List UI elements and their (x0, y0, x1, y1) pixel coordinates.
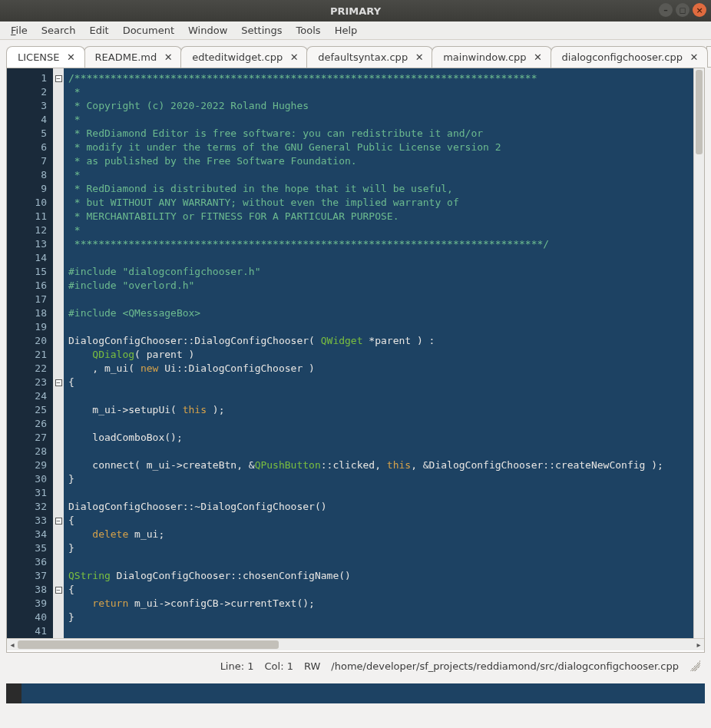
fold-slot (53, 154, 64, 168)
line-number: 41 (7, 624, 47, 638)
menu-window[interactable]: Window (182, 23, 233, 38)
fold-toggle-icon[interactable]: − (55, 379, 62, 386)
code-line[interactable]: #include <QMessageBox> (68, 306, 689, 320)
code-line[interactable]: #include "dialogconfigchooser.h" (68, 265, 689, 279)
code-line[interactable] (68, 320, 689, 334)
command-input[interactable] (21, 683, 705, 703)
line-number: 33 (7, 514, 47, 528)
code-line[interactable] (68, 389, 689, 403)
code-area[interactable]: /***************************************… (64, 68, 693, 638)
window-close-button[interactable]: × (693, 3, 706, 17)
editor-frame: 1234567891011121314151617181920212223242… (6, 68, 705, 653)
fold-slot (53, 597, 64, 611)
code-line[interactable]: m_ui->setupUi( this ); (68, 403, 689, 417)
line-number: 25 (7, 403, 47, 417)
code-line[interactable]: delete m_ui; (68, 528, 689, 541)
fold-slot (53, 85, 64, 99)
menu-edit[interactable]: Edit (83, 23, 114, 38)
line-number: 1 (7, 71, 47, 85)
menu-tools[interactable]: Tools (290, 23, 327, 38)
code-line[interactable]: loadComboBox(); (68, 431, 689, 445)
status-col: Col: 1 (265, 660, 293, 672)
horizontal-scrollbar[interactable]: ◂ ▸ (7, 638, 704, 650)
menu-search[interactable]: Search (35, 23, 82, 38)
close-icon[interactable]: ✕ (689, 52, 699, 63)
line-number: 40 (7, 611, 47, 624)
scrollbar-thumb[interactable] (696, 70, 703, 154)
code-line[interactable]: * modify it under the terms of the GNU G… (68, 141, 689, 154)
fold-toggle-icon[interactable]: − (55, 587, 62, 594)
code-line[interactable]: { (68, 376, 689, 389)
scrollbar-track[interactable] (18, 639, 693, 650)
window-controls: – ◻ × (659, 3, 706, 17)
code-line[interactable]: #include "overlord.h" (68, 279, 689, 293)
fold-slot (53, 541, 64, 555)
tab-readme[interactable]: README.md ✕ (84, 46, 183, 68)
code-line[interactable]: , m_ui( new Ui::DialogConfigChooser ) (68, 362, 689, 376)
code-line[interactable]: * RedDiamond is distributed in the hope … (68, 182, 689, 196)
code-line[interactable]: * as published by the Free Software Foun… (68, 154, 689, 168)
code-line[interactable]: * but WITHOUT ANY WARRANTY; without even… (68, 196, 689, 210)
line-number: 11 (7, 210, 47, 223)
code-line[interactable]: * (68, 113, 689, 127)
code-line[interactable]: * Copyright (c) 2020-2022 Roland Hughes (68, 99, 689, 113)
tab-defaultsyntax[interactable]: defaultsyntax.cpp ✕ (306, 46, 433, 68)
window-minimize-button[interactable]: – (659, 3, 673, 17)
fold-toggle-icon[interactable]: − (55, 518, 62, 524)
menu-help[interactable]: Help (329, 23, 364, 38)
vertical-scrollbar[interactable] (693, 68, 704, 638)
fold-slot (53, 168, 64, 182)
tab-license[interactable]: LICENSE ✕ (6, 46, 85, 68)
code-line[interactable]: QDialog( parent ) (68, 348, 689, 362)
tab-mainwindow[interactable]: mainwindow.cpp ✕ (432, 46, 551, 68)
resize-grip-icon[interactable] (690, 660, 700, 671)
close-icon[interactable]: ✕ (289, 52, 299, 63)
code-line[interactable]: ****************************************… (68, 237, 689, 251)
code-line[interactable] (68, 417, 689, 431)
code-line[interactable]: * RedDiamond Editor is free software: yo… (68, 127, 689, 141)
scroll-right-icon[interactable]: ▸ (693, 640, 704, 650)
code-line[interactable]: * (68, 223, 689, 237)
fold-slot (53, 265, 64, 279)
code-line[interactable]: return m_ui->configCB->currentText(); (68, 597, 689, 611)
code-line[interactable]: * MERCHANTABILITY or FITNESS FOR A PARTI… (68, 210, 689, 223)
code-line[interactable] (68, 293, 689, 306)
close-icon[interactable]: ✕ (66, 52, 77, 63)
code-line[interactable] (68, 555, 689, 569)
code-line[interactable]: QString DialogConfigChooser::chosenConfi… (68, 569, 689, 583)
fold-slot: − (53, 71, 64, 85)
line-number: 13 (7, 237, 47, 251)
menu-document[interactable]: Document (117, 23, 180, 38)
code-line[interactable]: } (68, 611, 689, 624)
code-line[interactable]: } (68, 541, 689, 555)
code-line[interactable]: /***************************************… (68, 71, 689, 85)
tab-dialogconfigchooser[interactable]: dialogconfigchooser.cpp ✕ (551, 46, 708, 68)
line-number: 24 (7, 389, 47, 403)
code-line[interactable]: { (68, 514, 689, 528)
scrollbar-thumb[interactable] (18, 640, 279, 649)
line-number: 10 (7, 196, 47, 210)
code-line[interactable] (68, 624, 689, 638)
code-line[interactable]: DialogConfigChooser::~DialogConfigChoose… (68, 500, 689, 514)
menu-settings[interactable]: Settings (235, 23, 288, 38)
code-line[interactable] (68, 251, 689, 265)
tab-edteditwidget[interactable]: edteditwidget.cpp ✕ (180, 46, 308, 68)
command-bar (6, 683, 705, 703)
window-maximize-button[interactable]: ◻ (676, 3, 690, 17)
close-icon[interactable]: ✕ (163, 52, 174, 63)
code-line[interactable] (68, 445, 689, 458)
close-icon[interactable]: ✕ (533, 52, 544, 63)
fold-slot (53, 555, 64, 569)
code-line[interactable]: } (68, 472, 689, 486)
code-line[interactable]: { (68, 583, 689, 597)
close-icon[interactable]: ✕ (414, 52, 425, 63)
line-number: 30 (7, 472, 47, 486)
code-line[interactable]: * (68, 85, 689, 99)
menu-file[interactable]: File (5, 23, 34, 38)
code-line[interactable]: DialogConfigChooser::DialogConfigChooser… (68, 334, 689, 348)
fold-toggle-icon[interactable]: − (55, 75, 62, 82)
code-line[interactable]: connect( m_ui->createBtn, &QPushButton::… (68, 458, 689, 472)
scroll-left-icon[interactable]: ◂ (7, 640, 18, 650)
code-line[interactable]: * (68, 168, 689, 182)
code-line[interactable] (68, 486, 689, 500)
